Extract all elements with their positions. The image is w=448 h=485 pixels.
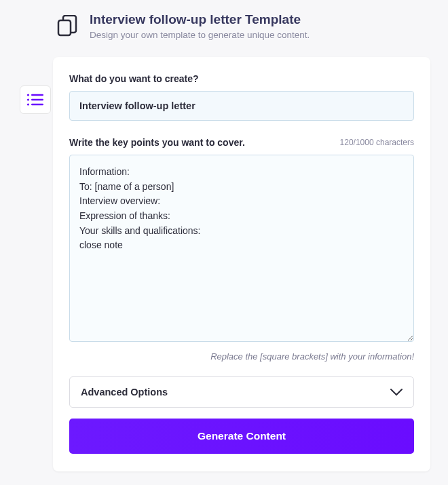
create-input[interactable] — [69, 91, 414, 121]
create-label: What do you want to create? — [69, 73, 414, 84]
svg-point-0 — [27, 94, 29, 96]
generate-content-button[interactable]: Generate Content — [69, 419, 414, 454]
list-icon — [26, 93, 44, 106]
template-icon — [57, 15, 77, 39]
advanced-options-toggle[interactable]: Advanced Options — [69, 376, 414, 408]
svg-point-2 — [27, 98, 29, 100]
advanced-options-label: Advanced Options — [81, 387, 168, 397]
keypoints-textarea[interactable] — [69, 155, 414, 342]
page-header: Interview follow-up letter Template Desi… — [0, 0, 448, 40]
hint-text: Replace the [square brackets] with your … — [69, 351, 414, 362]
side-tab-list[interactable] — [20, 85, 51, 114]
svg-rect-1 — [31, 94, 43, 96]
svg-rect-5 — [31, 104, 43, 105]
chevron-down-icon — [390, 389, 403, 396]
svg-rect-3 — [31, 99, 43, 100]
page-title: Interview follow-up letter Template — [90, 12, 310, 27]
svg-rect-6 — [58, 20, 71, 35]
keypoints-label: Write the key points you want to cover. — [69, 137, 245, 148]
page-subtitle: Design your own template to generate uni… — [90, 30, 310, 40]
char-count: 120/1000 characters — [340, 138, 414, 147]
form-card: What do you want to create? Write the ke… — [53, 57, 430, 471]
svg-point-4 — [27, 103, 29, 105]
